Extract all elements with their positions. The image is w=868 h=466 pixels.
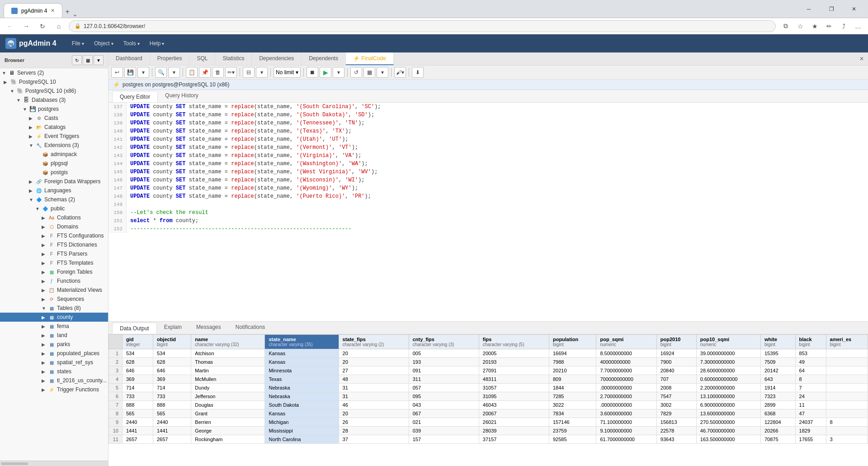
tree-item-fts-parsers[interactable]: ▶ F FTS Parsers: [0, 249, 108, 258]
tree-item-mat-views[interactable]: ▶ 📋 Materialized Views: [0, 285, 108, 295]
commit-button[interactable]: ▦: [363, 67, 375, 78]
tree-item-adminpack[interactable]: ▶ 📦 adminpack: [0, 150, 108, 159]
tab-statistics[interactable]: Statistics: [215, 52, 252, 65]
col-header-black[interactable]: black bigint: [795, 335, 826, 349]
col-header-ameri-es[interactable]: ameri_es bigint: [826, 335, 868, 349]
col-header-cnty-fips[interactable]: cnty_fips character varying (3): [409, 335, 479, 349]
tree-item-pg10[interactable]: ▶ 🐘 PostgreSQL 10: [0, 77, 108, 86]
filter-button[interactable]: ▼: [94, 55, 104, 65]
tree-item-fts-config[interactable]: ▶ F FTS Configurations: [0, 231, 108, 240]
col-header-objectid[interactable]: objectid bigint: [153, 335, 191, 349]
no-limit-dropdown[interactable]: No limit ▾: [274, 67, 301, 78]
results-tab-messages[interactable]: Messages: [189, 322, 228, 334]
url-bar[interactable]: 🔒 127.0.0.1:60642/browser/: [69, 20, 776, 32]
col-header-state-name[interactable]: state_name character varying (35): [265, 335, 339, 349]
col-header-gid[interactable]: gid integer: [123, 335, 153, 349]
edit-dropdown-button[interactable]: ✏▾: [225, 67, 237, 78]
explain-button[interactable]: ↺: [350, 67, 362, 78]
menu-help[interactable]: Help▾: [145, 38, 169, 48]
format-button[interactable]: 🖌▾: [394, 67, 406, 78]
results-tab-data-output[interactable]: Data Output: [112, 323, 157, 334]
run-button[interactable]: ▶: [320, 67, 331, 78]
menu-object[interactable]: Object▾: [90, 38, 118, 48]
bookmark-button[interactable]: ☆: [794, 20, 807, 33]
tab-menu-button[interactable]: ⌄: [72, 10, 78, 18]
tree-item-populated-places[interactable]: ▶ ▦ populated_places: [0, 349, 108, 358]
paste-button[interactable]: 📌: [199, 67, 211, 78]
col-header-population[interactable]: population bigint: [549, 335, 596, 349]
sidebar-scrollbar[interactable]: [0, 461, 108, 466]
pen-button[interactable]: ✏: [823, 20, 835, 33]
tree-item-databases[interactable]: ▼ 🗄 Databases (3): [0, 95, 108, 105]
tree-item-sequences[interactable]: ▶ ⟳ Sequences: [0, 295, 108, 304]
delete-button[interactable]: 🗑: [212, 67, 224, 78]
run-dropdown-button[interactable]: ▾: [333, 67, 344, 78]
split-view-button[interactable]: ⧉: [779, 20, 792, 33]
browser-tab-pgadmin[interactable]: pgAdmin 4 ✕: [4, 3, 62, 18]
commit-dropdown-button[interactable]: ▾: [377, 67, 388, 78]
share-button[interactable]: ⤴: [837, 20, 850, 33]
refresh-button[interactable]: ↻: [72, 55, 82, 65]
menu-file[interactable]: File▾: [67, 38, 89, 48]
filter-dropdown-button[interactable]: ▾: [256, 67, 268, 78]
favorites-button[interactable]: ★: [808, 20, 821, 33]
tab-dependencies[interactable]: Dependencies: [252, 52, 302, 65]
table-view-button[interactable]: ▦: [83, 55, 93, 65]
col-header-state-fips[interactable]: state_fips character varying (2): [339, 335, 409, 349]
menu-tools[interactable]: Tools▾: [119, 38, 144, 48]
tree-item-languages[interactable]: ▶ 🌐 Languages: [0, 186, 108, 195]
save-dropdown-button[interactable]: ▾: [137, 67, 149, 78]
code-editor[interactable]: 137 UPDATE county SET state_name = repla…: [108, 103, 868, 321]
col-header-fips[interactable]: fips character varying (5): [479, 335, 549, 349]
reload-button[interactable]: ↻: [36, 20, 49, 33]
tree-item-casts[interactable]: ▶ ⚙ Casts: [0, 114, 108, 123]
tree-item-functions[interactable]: ▶ ƒ Functions: [0, 276, 108, 285]
new-tab-button[interactable]: +: [63, 6, 71, 18]
minimize-button[interactable]: ─: [798, 2, 819, 16]
col-header-pop-sqmi[interactable]: pop_sqmi numeric: [596, 335, 656, 349]
filter-button[interactable]: ⊟: [243, 67, 255, 78]
tree-item-foreign-tables[interactable]: ▶ ▦ Foreign Tables: [0, 267, 108, 276]
home-button[interactable]: ⌂: [52, 20, 65, 33]
undo-button[interactable]: ↩: [111, 67, 123, 78]
tree-item-tables[interactable]: ▼ ▦ Tables (8): [0, 304, 108, 313]
tab-close-button[interactable]: ✕: [51, 8, 55, 14]
tree-item-land[interactable]: ▶ ▦ land: [0, 331, 108, 340]
data-table-container[interactable]: gid integer objectid bigint name: [108, 334, 868, 466]
col-header-name[interactable]: name character varying (32): [191, 335, 265, 349]
col-header-pop2010[interactable]: pop2010 bigint: [656, 335, 696, 349]
tree-item-collations[interactable]: ▶ Aa Collations: [0, 213, 108, 222]
panel-close-button[interactable]: ✕: [855, 52, 868, 65]
tree-item-public[interactable]: ▼ 🔷 public: [0, 204, 108, 213]
tree-item-pg10x86[interactable]: ▼ 🐘 PostgreSQL 10 (x86): [0, 86, 108, 95]
tree-item-extensions[interactable]: ▼ 🔧 Extensions (3): [0, 141, 108, 150]
download-button[interactable]: ⬇: [412, 67, 424, 78]
tree-item-domains[interactable]: ▶ ⬡ Domains: [0, 222, 108, 231]
tree-item-servers[interactable]: ▼ 🖥 Servers (2): [0, 68, 108, 77]
tree-item-schemas[interactable]: ▼ 🔷 Schemas (2): [0, 195, 108, 204]
settings-button[interactable]: …: [852, 20, 864, 33]
col-header-pop10-sqmi[interactable]: pop10_sqmi numeric: [696, 335, 760, 349]
stop-button[interactable]: ⏹: [307, 67, 318, 78]
results-tab-notifications[interactable]: Notifications: [228, 322, 272, 334]
tab-dependents[interactable]: Dependents: [302, 52, 346, 65]
tree-item-plpgsql[interactable]: ▶ 📦 plpgsql: [0, 159, 108, 168]
tree-item-event-triggers[interactable]: ▶ ⚡ Event Triggers: [0, 132, 108, 141]
tree-item-spatial-ref-sys[interactable]: ▶ ▦ spatial_ref_sys: [0, 358, 108, 367]
tree-item-fts-dict[interactable]: ▶ F FTS Dictionaries: [0, 240, 108, 249]
close-button[interactable]: ✕: [844, 2, 864, 16]
copy-button[interactable]: 📋: [186, 67, 198, 78]
tree-item-catalogs[interactable]: ▶ 📂 Catalogs: [0, 123, 108, 132]
search-dropdown-button[interactable]: ▾: [168, 67, 180, 78]
query-editor-tab[interactable]: Query Editor: [112, 91, 158, 102]
tree-item-postgis[interactable]: ▶ 📦 postgis: [0, 168, 108, 177]
tree-item-fts-templates[interactable]: ▶ F FTS Templates: [0, 258, 108, 267]
tab-properties[interactable]: Properties: [150, 52, 190, 65]
tab-finalcode[interactable]: ⚡ FinalCode: [346, 52, 394, 65]
col-header-white[interactable]: white bigint: [760, 335, 795, 349]
tree-item-postgres-db[interactable]: ▼ 💾 postgres: [0, 105, 108, 114]
tree-item-county[interactable]: ▶ ▦ county: [0, 313, 108, 322]
tree-item-fema[interactable]: ▶ ▦ fema: [0, 322, 108, 331]
query-history-tab[interactable]: Query History: [158, 90, 205, 102]
maximize-button[interactable]: ❐: [821, 2, 842, 16]
